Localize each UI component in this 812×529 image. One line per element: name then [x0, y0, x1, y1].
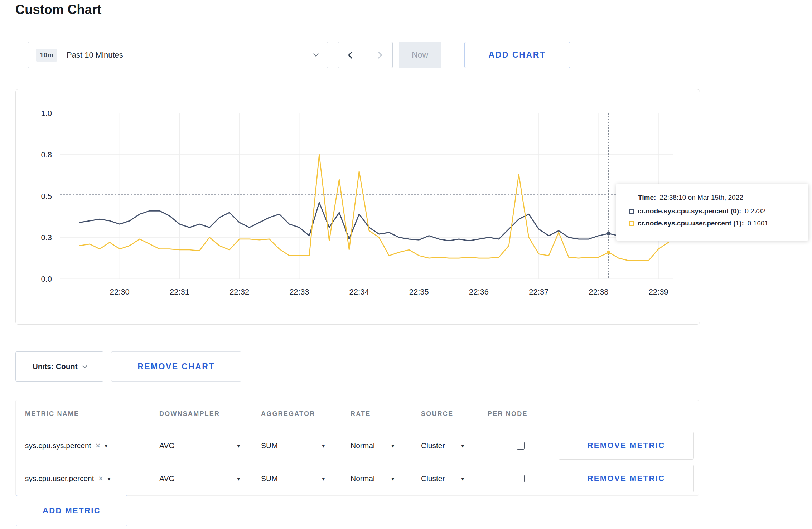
page-title: Custom Chart — [15, 2, 101, 17]
metrics-table-header: METRIC NAME DOWNSAMPLER AGGREGATOR RATE … — [16, 410, 699, 419]
x-tick-label: 22:33 — [289, 287, 309, 296]
remove-tag-icon[interactable]: × — [98, 474, 103, 483]
x-tick-label: 22:35 — [409, 287, 429, 296]
x-tick-label: 22:37 — [529, 287, 548, 296]
chevron-down-icon — [313, 51, 319, 57]
per-node-checkbox[interactable] — [517, 442, 525, 450]
series-swatch-user-icon — [629, 221, 634, 226]
toolbar-divider — [12, 42, 12, 68]
aggregator-value: SUM — [261, 474, 278, 483]
cpu-line-chart[interactable]: 0.00.30.50.81.022:3022:3122:3222:3322:34… — [16, 89, 700, 324]
caret-down-icon: ▾ — [391, 476, 394, 481]
next-time-button[interactable] — [365, 42, 393, 68]
metrics-table: METRIC NAME DOWNSAMPLER AGGREGATOR RATE … — [15, 400, 699, 496]
caret-down-icon: ▾ — [237, 443, 240, 448]
source-value: Cluster — [421, 441, 445, 450]
rate-select[interactable]: Normal ▾ — [351, 462, 394, 495]
downsampler-select[interactable]: AVG ▾ — [159, 429, 240, 462]
chevron-left-icon — [348, 52, 355, 59]
aggregator-select[interactable]: SUM ▾ — [261, 462, 325, 495]
caret-down-icon: ▾ — [237, 476, 240, 481]
downsampler-value: AVG — [159, 474, 175, 483]
x-tick-label: 22:32 — [229, 287, 249, 296]
tooltip-series-label: cr.node.sys.cpu.sys.percent (0): — [638, 207, 741, 215]
time-range-badge: 10m — [36, 49, 57, 62]
time-nav-buttons — [338, 42, 393, 68]
chart-tooltip: Time:22:38:10 on Mar 15th, 2022 cr.node.… — [616, 184, 808, 241]
col-header-aggregator: AGGREGATOR — [261, 410, 315, 418]
aggregator-value: SUM — [261, 441, 278, 450]
crosshair-dot — [607, 251, 610, 254]
toolbar: 10m Past 10 Minutes Now ADD CHART — [0, 42, 812, 68]
x-tick-label: 22:30 — [110, 287, 130, 296]
remove-metric-button[interactable]: REMOVE METRIC — [559, 432, 694, 460]
source-select[interactable]: Cluster ▾ — [421, 429, 464, 462]
rate-value: Normal — [351, 474, 375, 483]
y-tick-label: 0.0 — [41, 275, 52, 283]
col-header-rate: RATE — [351, 410, 371, 418]
tooltip-row: cr.node.sys.cpu.user.percent (1): 0.1601 — [629, 219, 800, 227]
col-header-downsampler: DOWNSAMPLER — [159, 410, 220, 418]
x-tick-label: 22:39 — [649, 287, 668, 296]
chart-card: 0.00.30.50.81.022:3022:3122:3222:3322:34… — [15, 89, 700, 325]
series-swatch-sys-icon — [629, 209, 634, 214]
prev-time-button[interactable] — [338, 42, 365, 68]
now-button[interactable]: Now — [399, 42, 441, 68]
per-node-cell — [510, 429, 531, 462]
remove-chart-button[interactable]: REMOVE CHART — [111, 351, 241, 382]
y-tick-label: 0.3 — [41, 233, 52, 242]
tooltip-series-value: 0.2732 — [745, 207, 765, 215]
caret-down-icon: ▾ — [105, 443, 107, 448]
x-tick-label: 22:34 — [349, 287, 369, 296]
caret-down-icon: ▾ — [461, 443, 464, 448]
tooltip-time-value: 22:38:10 on Mar 15th, 2022 — [659, 194, 743, 201]
source-value: Cluster — [421, 474, 445, 483]
time-range-label: Past 10 Minutes — [67, 50, 123, 60]
metric-name-value: sys.cpu.user.percent — [25, 474, 94, 483]
col-header-source: SOURCE — [421, 410, 453, 418]
time-range-select[interactable]: 10m Past 10 Minutes — [28, 42, 328, 68]
crosshair-dot — [607, 232, 610, 236]
tooltip-time-label: Time: — [638, 194, 656, 201]
x-tick-label: 22:36 — [469, 287, 489, 296]
y-tick-label: 0.5 — [41, 192, 52, 201]
caret-down-icon: ▾ — [322, 443, 325, 448]
downsampler-value: AVG — [159, 441, 175, 450]
y-tick-label: 0.8 — [41, 150, 52, 159]
table-row: sys.cpu.sys.percent × ▾ AVG ▾ SUM ▾ Norm… — [16, 429, 699, 462]
table-row: sys.cpu.user.percent × ▾ AVG ▾ SUM ▾ Nor… — [16, 462, 699, 495]
caret-down-icon: ▾ — [322, 476, 325, 481]
per-node-cell — [510, 462, 531, 495]
units-select[interactable]: Units: Count — [15, 351, 103, 382]
caret-down-icon: ▾ — [108, 476, 111, 481]
rate-value: Normal — [351, 441, 375, 450]
remove-tag-icon[interactable]: × — [95, 441, 100, 450]
series-line-1 — [80, 155, 668, 261]
metric-name-value: sys.cpu.sys.percent — [25, 441, 91, 450]
source-select[interactable]: Cluster ▾ — [421, 462, 464, 495]
metric-name-select[interactable]: sys.cpu.user.percent × ▾ — [25, 462, 110, 495]
tooltip-row: cr.node.sys.cpu.sys.percent (0): 0.2732 — [629, 207, 800, 215]
y-tick-label: 1.0 — [41, 109, 52, 118]
series-line-0 — [80, 203, 668, 241]
rate-select[interactable]: Normal ▾ — [351, 429, 394, 462]
tooltip-series-label: cr.node.sys.cpu.user.percent (1): — [638, 219, 744, 227]
tooltip-series-value: 0.1601 — [748, 219, 768, 227]
remove-metric-button[interactable]: REMOVE METRIC — [559, 465, 694, 492]
units-label: Units: Count — [33, 362, 78, 371]
add-metric-button[interactable]: ADD METRIC — [16, 495, 127, 526]
chevron-right-icon — [375, 52, 382, 59]
per-node-checkbox[interactable] — [517, 475, 525, 482]
caret-down-icon: ▾ — [391, 443, 394, 448]
tooltip-time: Time:22:38:10 on Mar 15th, 2022 — [638, 194, 800, 202]
metric-name-select[interactable]: sys.cpu.sys.percent × ▾ — [25, 429, 107, 462]
downsampler-select[interactable]: AVG ▾ — [159, 462, 240, 495]
caret-down-icon: ▾ — [461, 476, 464, 481]
chevron-down-icon — [83, 364, 87, 368]
col-header-metric-name: METRIC NAME — [25, 410, 79, 418]
add-chart-button[interactable]: ADD CHART — [464, 42, 570, 68]
aggregator-select[interactable]: SUM ▾ — [261, 429, 325, 462]
x-tick-label: 22:31 — [170, 287, 189, 296]
custom-chart-page: Custom Chart 10m Past 10 Minutes Now ADD… — [0, 0, 812, 529]
x-tick-label: 22:38 — [589, 287, 608, 296]
